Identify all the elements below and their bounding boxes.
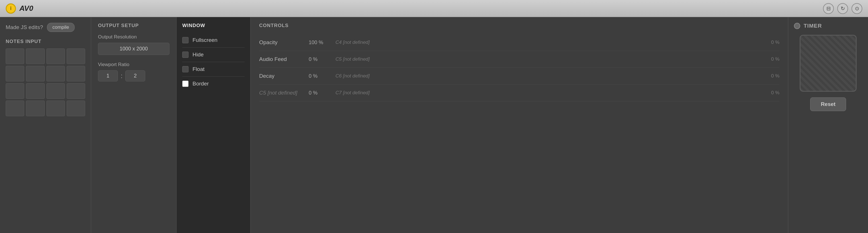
- border-label: Border: [192, 81, 209, 87]
- control-row-audiofeed: Audio Feed 0 % C5 [not defined] 0 %: [259, 51, 779, 68]
- note-cell[interactable]: [6, 49, 24, 64]
- decay-slot[interactable]: C6 [not defined]: [336, 73, 755, 79]
- note-cell[interactable]: [26, 66, 44, 82]
- float-checkbox[interactable]: [182, 66, 188, 72]
- note-cell[interactable]: [67, 66, 85, 82]
- fullscreen-label: Fullscreen: [192, 37, 218, 43]
- resolution-label: Output Resolution: [98, 34, 169, 40]
- c5-slot-value[interactable]: 0 %: [760, 90, 779, 96]
- title-bar: i AV0 ⊟ ↻ ⊙: [0, 0, 868, 17]
- control-row-c5: C5 [not defined] 0 % C7 [not defined] 0 …: [259, 85, 779, 101]
- opacity-name: Opacity: [259, 39, 305, 46]
- controls-label: CONTROLS: [259, 23, 779, 28]
- float-option[interactable]: Float: [182, 62, 245, 77]
- opacity-slot[interactable]: C4 [not defined]: [336, 39, 755, 45]
- hide-checkbox[interactable]: [182, 52, 188, 58]
- c5-name: C5 [not defined]: [259, 90, 305, 96]
- opacity-slot-value[interactable]: 0 %: [760, 39, 779, 45]
- viewport-label: Viewport Ratio: [98, 62, 169, 67]
- note-cell[interactable]: [46, 49, 65, 64]
- control-row-opacity: Opacity 100 % C4 [not defined] 0 %: [259, 34, 779, 51]
- audiofeed-slot[interactable]: C5 [not defined]: [336, 56, 755, 62]
- hide-option[interactable]: Hide: [182, 48, 245, 62]
- left-panel: Made JS edits? compile NOTES INPUT: [0, 17, 91, 233]
- note-cell[interactable]: [46, 100, 65, 116]
- note-cell[interactable]: [6, 66, 24, 82]
- main-content: Made JS edits? compile NOTES INPUT: [0, 17, 868, 233]
- app-icon: i: [6, 3, 16, 14]
- reset-button[interactable]: Reset: [810, 97, 846, 111]
- note-cell[interactable]: [67, 100, 85, 116]
- save-button[interactable]: ⊙: [851, 3, 862, 14]
- timer-panel: TIMER Reset: [788, 17, 868, 233]
- refresh-button[interactable]: ↻: [837, 3, 848, 14]
- timer-label: TIMER: [804, 23, 822, 29]
- ratio-row: 1 : 2: [98, 70, 169, 82]
- opacity-value[interactable]: 100 %: [309, 39, 332, 46]
- hide-label: Hide: [192, 52, 204, 58]
- c5-slot[interactable]: C7 [not defined]: [336, 90, 755, 96]
- c5-value[interactable]: 0 %: [309, 90, 332, 96]
- output-setup-panel: OUTPUT SETUP Output Resolution 1000 x 20…: [91, 17, 177, 233]
- border-checkbox[interactable]: [182, 81, 188, 87]
- app-title: AV0: [19, 4, 33, 13]
- timer-display: [800, 35, 857, 92]
- title-bar-controls: ⊟ ↻ ⊙: [823, 3, 862, 14]
- note-cell[interactable]: [6, 83, 24, 99]
- fullscreen-option[interactable]: Fullscreen: [182, 33, 245, 48]
- audiofeed-name: Audio Feed: [259, 56, 305, 62]
- audiofeed-slot-value[interactable]: 0 %: [760, 56, 779, 62]
- window-label: WINDOW: [182, 23, 245, 28]
- window-panel: WINDOW Fullscreen Hide Float Border: [177, 17, 251, 233]
- decay-value[interactable]: 0 %: [309, 73, 332, 79]
- note-cell[interactable]: [67, 49, 85, 64]
- note-cell[interactable]: [46, 83, 65, 99]
- ratio-right[interactable]: 2: [125, 70, 145, 82]
- control-row-decay: Decay 0 % C6 [not defined] 0 %: [259, 68, 779, 85]
- audiofeed-value[interactable]: 0 %: [309, 56, 332, 62]
- decay-name: Decay: [259, 73, 305, 79]
- note-cell[interactable]: [46, 66, 65, 82]
- timer-header: TIMER: [794, 23, 822, 29]
- note-cell[interactable]: [67, 83, 85, 99]
- screen-button[interactable]: ⊟: [823, 3, 834, 14]
- note-cell[interactable]: [26, 83, 44, 99]
- output-setup-label: OUTPUT SETUP: [98, 23, 169, 28]
- note-cell[interactable]: [6, 100, 24, 116]
- js-edits-label: Made JS edits?: [6, 24, 43, 30]
- fullscreen-checkbox[interactable]: [182, 37, 188, 43]
- js-edits-row: Made JS edits? compile: [6, 23, 85, 32]
- compile-button[interactable]: compile: [47, 23, 74, 32]
- ratio-left[interactable]: 1: [98, 70, 118, 82]
- float-label: Float: [192, 66, 205, 72]
- border-option[interactable]: Border: [182, 77, 245, 91]
- notes-input-label: NOTES INPUT: [6, 39, 85, 45]
- decay-slot-value[interactable]: 0 %: [760, 73, 779, 79]
- timer-indicator: [794, 23, 800, 29]
- controls-panel: CONTROLS Opacity 100 % C4 [not defined] …: [251, 17, 788, 233]
- title-bar-left: i AV0: [6, 3, 33, 14]
- notes-grid: [6, 49, 85, 116]
- note-cell[interactable]: [26, 100, 44, 116]
- note-cell[interactable]: [26, 49, 44, 64]
- ratio-colon: :: [121, 72, 122, 80]
- resolution-value[interactable]: 1000 x 2000: [98, 43, 169, 55]
